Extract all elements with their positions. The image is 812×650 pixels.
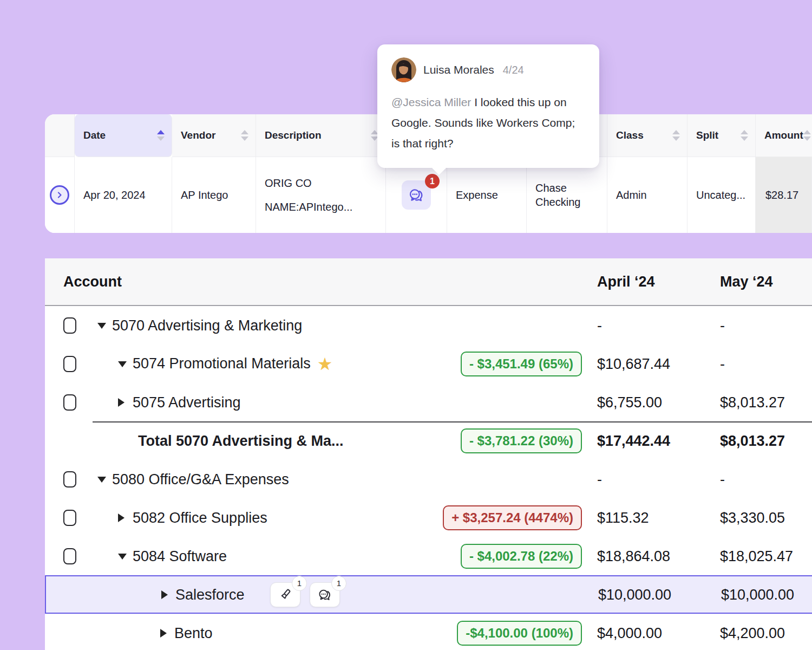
column-label-vendor: Vendor: [181, 129, 215, 141]
april-value: $18,864.08: [597, 548, 670, 564]
avatar: [391, 57, 416, 82]
account-row-5075[interactable]: 5075 Advertising $6,755.00 $8,013.27: [45, 383, 812, 421]
column-header-class[interactable]: Class: [607, 114, 687, 157]
column-header-vendor[interactable]: Vendor: [172, 114, 256, 157]
column-header-account: Account: [63, 274, 122, 290]
transaction-row[interactable]: Apr 20, 2024 AP Intego ORIG CO NAME:APIn…: [45, 157, 812, 233]
column-header-may: May ‘24: [720, 274, 773, 290]
variance-badge[interactable]: - $3,451.49 (65%): [461, 352, 582, 376]
mention-link[interactable]: @Jessica Miller: [391, 96, 471, 108]
chevron-right-icon: [54, 190, 65, 200]
column-header-description[interactable]: Description: [256, 114, 386, 157]
variance-badge[interactable]: - $3,781.22 (30%): [461, 428, 582, 453]
column-label-split: Split: [696, 129, 718, 141]
variance-badge[interactable]: + $3,257.24 (4474%): [443, 505, 582, 530]
page-background: Date Vendor Description Class Split: [0, 0, 812, 650]
cell-description: ORIG CO NAME:APIntego...: [256, 157, 386, 233]
highlighter-icon: [278, 587, 293, 602]
april-value: $17,442.44: [597, 432, 670, 449]
cell-account: Chase Checking: [527, 157, 607, 233]
account-row-5070[interactable]: 5070 Advertising & Marketing - -: [45, 306, 812, 344]
account-row-5080[interactable]: 5080 Office/G&A Expenses - -: [45, 460, 812, 498]
comment-button[interactable]: 1: [402, 180, 431, 210]
caret-down-icon[interactable]: [97, 323, 106, 329]
may-value: -: [720, 471, 725, 487]
sort-icon-class[interactable]: [672, 130, 680, 141]
comment-button[interactable]: 1: [310, 582, 340, 607]
may-value: $4,200.00: [720, 625, 785, 641]
may-value: $3,330.05: [720, 509, 785, 526]
variance-badge[interactable]: -$4,100.00 (100%): [457, 621, 582, 646]
column-header-april: April ‘24: [597, 274, 655, 290]
highlight-count-badge: 1: [292, 576, 307, 591]
may-value: $18,025.47: [720, 548, 793, 564]
expander-cell: [45, 157, 75, 233]
column-label-description: Description: [265, 129, 322, 141]
caret-right-icon[interactable]: [118, 398, 125, 407]
row-action-buttons: 1 1: [270, 582, 340, 607]
may-value: -: [720, 317, 725, 334]
sort-icon-date[interactable]: [157, 130, 165, 141]
april-value: $4,000.00: [597, 625, 662, 641]
account-row-salesforce[interactable]: Salesforce 1: [45, 575, 812, 614]
sort-icon-split[interactable]: [741, 130, 748, 141]
may-value: $8,013.27: [720, 394, 785, 411]
april-value: $115.32: [597, 509, 649, 526]
april-value: $10,687.44: [597, 355, 670, 372]
cell-class: Admin: [607, 157, 687, 233]
may-value: -: [720, 355, 725, 372]
column-header-amount[interactable]: Amount: [756, 114, 812, 157]
column-label-amount: Amount: [764, 129, 803, 141]
report-header-row: Account April ‘24 May ‘24: [45, 258, 812, 306]
comment-author: Luisa Morales: [423, 63, 494, 76]
may-value: $10,000.00: [721, 586, 794, 603]
account-row-5074[interactable]: 5074 Promotional Materials★ - $3,451.49 …: [45, 344, 812, 383]
sort-icon-vendor[interactable]: [241, 130, 248, 141]
column-header-date[interactable]: Date: [75, 114, 172, 157]
account-row-5084[interactable]: 5084 Software - $4,002.78 (22%) $18,864.…: [45, 537, 812, 575]
account-row-5082[interactable]: 5082 Office Supplies + $3,257.24 (4474%)…: [45, 498, 812, 537]
column-label-date: Date: [83, 129, 106, 141]
comment-popover: Luisa Morales 4/24 @Jessica Miller I loo…: [377, 44, 599, 168]
highlight-button[interactable]: 1: [270, 582, 300, 607]
cell-split: Uncateg...: [687, 157, 756, 233]
april-value: $6,755.00: [597, 394, 662, 411]
variance-badge[interactable]: - $4,002.78 (22%): [461, 544, 582, 569]
cell-amount: $28.17: [756, 157, 812, 233]
cell-vendor: AP Intego: [172, 157, 256, 233]
column-label-class: Class: [616, 129, 644, 141]
comment-timestamp: 4/24: [503, 64, 524, 76]
caret-down-icon[interactable]: [97, 477, 106, 483]
april-value: -: [597, 471, 602, 487]
cell-type: Expense: [447, 157, 527, 233]
sort-icon-amount[interactable]: [803, 130, 811, 141]
expander-column-header: [45, 114, 75, 157]
may-value: $8,013.27: [720, 432, 785, 449]
april-value: -: [597, 317, 602, 334]
comment-text: @Jessica Miller I looked this up on Goog…: [391, 92, 585, 154]
row-checkbox[interactable]: [63, 471, 76, 487]
popover-header: Luisa Morales 4/24: [391, 57, 585, 82]
row-checkbox[interactable]: [63, 317, 76, 334]
april-value: $10,000.00: [598, 586, 671, 603]
comment-count-badge: 1: [425, 174, 440, 188]
chat-bubbles-icon: [317, 587, 332, 602]
cell-date: Apr 20, 2024: [75, 157, 172, 233]
account-row-bento[interactable]: Bento -$4,100.00 (100%) $4,000.00 $4,200…: [45, 614, 812, 650]
comment-count-badge: 1: [331, 576, 346, 591]
row-checkbox[interactable]: [63, 394, 76, 411]
chat-bubbles-icon: [408, 186, 425, 204]
column-header-split[interactable]: Split: [687, 114, 756, 157]
total-row-5070: Total 5070 Advertising & Ma... - $3,781.…: [45, 421, 812, 460]
expand-row-button[interactable]: [50, 185, 69, 205]
caret-right-icon[interactable]: [161, 590, 168, 599]
report-table: Account April ‘24 May ‘24 5070 Advertisi…: [45, 258, 812, 650]
